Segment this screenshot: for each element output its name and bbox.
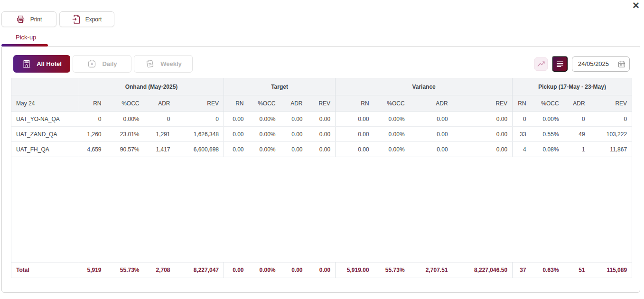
cell: 0.00% [249, 112, 280, 127]
total-label: Total [11, 262, 79, 278]
cell: 0.00 [308, 142, 336, 157]
cell: 4 [513, 142, 531, 157]
date-input[interactable]: 24/05/2025 [572, 56, 630, 72]
group-header-onhand: Onhand (May-2025) [79, 78, 224, 95]
all-hotel-button[interactable]: All Hotel [13, 55, 70, 73]
report-toolbar: All Hotel 8 Daily [13, 55, 630, 73]
cell: 0.55% [531, 127, 564, 142]
total-cell: 0.00 [224, 262, 249, 278]
total-row: Total 5,919 55.73% 2,708 8,227,047 0.00 … [11, 262, 632, 278]
col-header: ADR [144, 95, 175, 112]
col-header: %OCC [531, 95, 564, 112]
total-cell: 37 [513, 262, 531, 278]
cell: 0.00% [374, 127, 410, 142]
daily-button[interactable]: 8 Daily [73, 55, 131, 73]
total-cell: 2,708 [144, 262, 175, 278]
view-mode-buttons: All Hotel 8 Daily [13, 55, 193, 73]
hotel-name-cell: UAT_FH_QA [11, 142, 79, 157]
corner-empty-cell [11, 78, 79, 95]
cell: 0.00 [224, 127, 249, 142]
daily-icon-number: 8 [91, 62, 93, 66]
print-icon [16, 15, 25, 23]
list-view-icon [556, 61, 564, 67]
col-header: REV [453, 95, 513, 112]
col-header: REV [590, 95, 632, 112]
date-value: 24/05/2025 [578, 60, 609, 67]
close-icon[interactable]: ✕ [632, 0, 640, 11]
tab-pickup[interactable]: Pick-up [16, 34, 36, 41]
cell: 90.57% [106, 142, 144, 157]
all-hotel-label: All Hotel [37, 60, 62, 67]
print-button[interactable]: Print [1, 11, 56, 27]
cell: 0.00% [374, 112, 410, 127]
col-header: ADR [410, 95, 453, 112]
total-cell: 55.73% [106, 262, 144, 278]
cell: 1,417 [144, 142, 175, 157]
tab-active-underline [1, 44, 48, 47]
table-row: UAT_ZAND_QA 1,260 23.01% 1,291 1,626,348… [11, 127, 632, 142]
cell: 0 [144, 112, 175, 127]
group-header-row: Onhand (May-2025) Target Variance Pickup… [11, 78, 632, 95]
total-cell: 0.00% [249, 262, 280, 278]
cell: 1,626,348 [175, 127, 224, 142]
total-cell: 115,089 [590, 262, 632, 278]
total-cell: 2,707.51 [410, 262, 453, 278]
line-chart-icon [537, 60, 545, 67]
weekly-button[interactable]: Weekly [134, 55, 193, 73]
col-header: REV [175, 95, 224, 112]
total-cell: 5,919.00 [336, 262, 374, 278]
chart-view-button[interactable] [534, 57, 548, 71]
cell: 49 [564, 127, 590, 142]
total-cell: 0.00 [308, 262, 336, 278]
group-header-pickup: Pickup (17-May - 23-May) [513, 78, 632, 95]
cell: 0.00 [410, 142, 453, 157]
cell: 4,659 [79, 142, 106, 157]
col-header: %OCC [374, 95, 410, 112]
cell: 0 [590, 112, 632, 127]
cell: 0.00% [249, 127, 280, 142]
col-header: ADR [280, 95, 308, 112]
cell: 0.00 [280, 142, 308, 157]
cell: 103,222 [590, 127, 632, 142]
col-header: RN [336, 95, 374, 112]
cell: 0.00% [531, 112, 564, 127]
daily-label: Daily [102, 60, 117, 67]
cell: 0.00% [374, 142, 410, 157]
hotel-name-cell: UAT_ZAND_QA [11, 127, 79, 142]
col-header: REV [308, 95, 336, 112]
display-controls: 24/05/2025 [534, 56, 630, 72]
cell: 1,260 [79, 127, 106, 142]
cell: 0 [564, 112, 590, 127]
print-button-label: Print [30, 16, 42, 23]
cell: 0.00 [336, 142, 374, 157]
cell: 0.00 [308, 127, 336, 142]
table-row: UAT_YO-NA_QA 0 0.00% 0 0 0.00 0.00% 0.00… [11, 112, 632, 127]
total-cell: 0.00 [280, 262, 308, 278]
pickup-report-table: Onhand (May-2025) Target Variance Pickup… [11, 78, 632, 278]
cell: 0.00% [249, 142, 280, 157]
cell: 11,867 [590, 142, 632, 157]
cell: 0.00 [410, 112, 453, 127]
cell: 0.00 [224, 142, 249, 157]
cell: 0.00 [224, 112, 249, 127]
group-header-variance: Variance [336, 78, 513, 95]
cell: 33 [513, 127, 531, 142]
total-cell: 8,227,046.50 [453, 262, 513, 278]
cell: 0.00 [336, 127, 374, 142]
export-icon [72, 15, 80, 24]
cell: 0.00 [336, 112, 374, 127]
cell: 0.00 [453, 127, 513, 142]
report-panel: All Hotel 8 Daily [1, 46, 640, 293]
empty-filler-row [11, 157, 632, 262]
col-header: %OCC [106, 95, 144, 112]
cell: 0.08% [531, 142, 564, 157]
table-view-button[interactable] [552, 56, 568, 72]
cell: 0.00 [308, 112, 336, 127]
col-header: RN [79, 95, 106, 112]
cell: 0 [79, 112, 106, 127]
corner-date-label: May 24 [11, 95, 79, 112]
cell: 1 [564, 142, 590, 157]
cell: 0.00 [280, 112, 308, 127]
export-button[interactable]: Export [59, 11, 114, 27]
export-button-label: Export [85, 16, 102, 23]
